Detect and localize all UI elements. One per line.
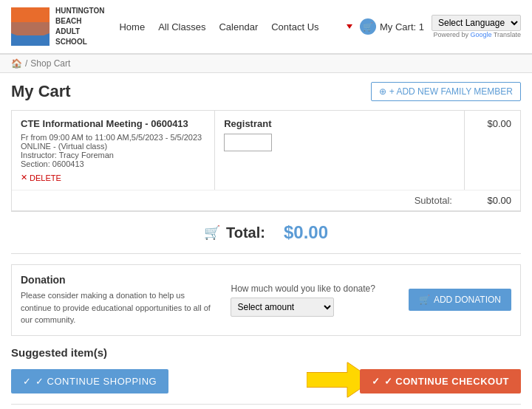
breadcrumb-home-icon[interactable]: 🏠 [11,58,22,69]
nav-all-classes[interactable]: All Classes [158,21,205,32]
cart-item-inner: CTE Informational Meeting - 0600413 Fr f… [12,111,520,190]
header-right: 🛒 My Cart: 1 Select Language Powered by … [347,15,521,38]
donation-form: How much would you like to donate? Selec… [231,283,393,317]
translate-credit: Powered by Google Translate [433,31,521,38]
breadcrumb-separator: / [25,58,27,69]
total-text: Total: [226,224,265,241]
total-label: 🛒 Total: [204,224,265,241]
nav-contact[interactable]: Contact Us [271,21,318,32]
cart-item-registrant: Registrant [215,111,465,190]
cart-label: My Cart: 1 [380,21,424,32]
continue-shopping-button[interactable]: ✓ ✓ CONTINUE SHOPPING [11,369,168,393]
add-donation-button[interactable]: 🛒 ADD DONATION [409,289,511,311]
add-family-button[interactable]: ⊕ + ADD NEW FAMILY MEMBER [371,82,521,101]
subtotal-value: $0.00 [474,195,511,206]
check-icon-shopping: ✓ [23,376,31,387]
cart-icon: 🛒 [360,18,376,35]
svg-marker-1 [11,7,50,22]
main-nav: Home All Classes Calendar Contact Us [119,21,318,32]
donation-cart-icon: 🛒 [419,295,430,305]
donation-form-label: How much would you like to donate? [231,283,393,294]
suggested-title: Suggested item(s) [11,346,521,359]
continue-checkout-button[interactable]: ✓ ✓ CONTINUE CHECKOUT [360,369,521,393]
delete-link[interactable]: ✕ DELETE [21,173,205,182]
logo-text: HUNTINGTON BEACH ADULT SCHOOL [55,6,104,47]
continue-shopping-label: ✓ CONTINUE SHOPPING [35,376,157,387]
cart-item-price: $0.00 [465,111,520,190]
add-family-icon: ⊕ [379,86,386,97]
bottom-actions: ✓ ✓ CONTINUE SHOPPING ✓ ✓ CONTINUE CHECK… [11,369,521,393]
cart-item-name: CTE Informational Meeting - 0600413 [21,118,205,129]
main-content: My Cart ⊕ + ADD NEW FAMILY MEMBER CTE In… [0,73,532,409]
subtotal-label: Subtotal: [415,195,452,206]
delete-icon: ✕ [21,173,27,182]
dropdown-arrow-red [347,24,352,29]
header: HUNTINGTON BEACH ADULT SCHOOL Home All C… [0,0,532,55]
total-row: 🛒 Total: $0.00 [11,211,521,254]
language-select[interactable]: Select Language [432,15,521,31]
add-donation-label: ADD DONATION [434,295,501,305]
logo: HUNTINGTON BEACH ADULT SCHOOL [11,6,104,47]
donation-desc: Please consider making a donation to hel… [21,289,216,326]
page-title: My Cart [11,82,71,101]
cart-area[interactable]: 🛒 My Cart: 1 [360,18,424,35]
item-price: $0.00 [487,118,511,129]
total-value: $0.00 [284,222,328,243]
subtotal-row: Subtotal: $0.00 [12,190,520,210]
registrant-select-box[interactable] [224,134,272,151]
breadcrumb-current: Shop Cart [30,58,70,69]
check-icon-checkout: ✓ [372,376,380,387]
donation-title: Donation [21,274,216,286]
registrant-label: Registrant [224,118,455,129]
cart-item-location: ONLINE - (Virtual class) [21,142,205,151]
cart-item: CTE Informational Meeting - 0600413 Fr f… [11,110,521,211]
nav-calendar[interactable]: Calendar [219,21,258,32]
delete-label: DELETE [30,173,61,182]
nav-home[interactable]: Home [119,21,145,32]
donation-section: Donation Please consider making a donati… [11,264,521,336]
suggested-section: Suggested item(s) [11,346,521,359]
logo-icon [11,7,50,46]
cart-item-instructor: Instructor: Tracy Foreman [21,151,205,159]
breadcrumb: 🏠 / Shop Cart [0,55,532,73]
cart-item-schedule: Fr from 09:00 AM to 11:00 AM,5/5/2023 - … [21,133,205,142]
cart-item-details: CTE Informational Meeting - 0600413 Fr f… [12,111,215,190]
language-selector-area: Select Language Powered by Google Transl… [432,15,521,38]
svg-rect-3 [11,35,50,46]
continue-checkout-label: ✓ CONTINUE CHECKOUT [384,376,509,387]
add-family-label: + ADD NEW FAMILY MEMBER [389,86,513,97]
cart-icon-total: 🛒 [204,224,220,241]
donation-text: Donation Please consider making a donati… [21,274,216,326]
cart-header: My Cart ⊕ + ADD NEW FAMILY MEMBER [11,82,521,101]
refund-section: Refund Policy: Sometimes it becomes nece… [11,404,521,410]
cart-item-section: Section: 0600413 [21,159,205,168]
donation-amount-select[interactable]: Select amount $5 $10 $25 $50 $100 [231,298,334,317]
